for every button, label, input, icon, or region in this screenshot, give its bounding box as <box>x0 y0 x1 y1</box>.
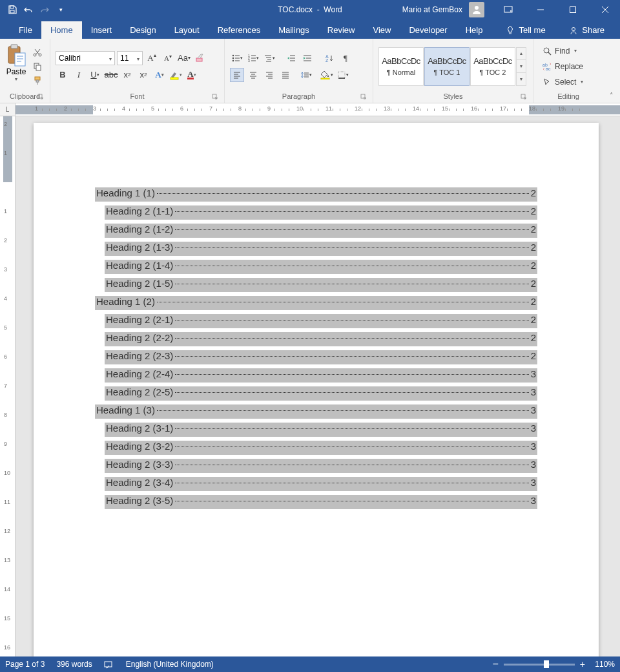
numbering-button[interactable]: 123▾ <box>246 51 260 65</box>
find-button[interactable]: Find▾ <box>540 44 586 58</box>
highlight-button[interactable]: ▾ <box>169 68 183 82</box>
zoom-out-button[interactable]: − <box>492 661 498 667</box>
toc-entry[interactable]: Heading 2 (2-1) 2 <box>105 314 537 328</box>
tell-me-search[interactable]: Tell me <box>499 21 552 39</box>
text-effects-button[interactable]: A▾ <box>152 68 167 82</box>
document-page[interactable]: Heading 1 (1) 2Heading 2 (1-1) 2Heading … <box>34 123 599 656</box>
toc-entry[interactable]: Heading 2 (3-2) 3 <box>105 441 537 455</box>
change-case-button[interactable]: Aa▾ <box>177 51 191 65</box>
spellcheck-icon[interactable] <box>104 660 114 669</box>
zoom-level[interactable]: 110% <box>590 660 615 669</box>
shrink-font-button[interactable]: A▾ <box>161 51 175 65</box>
format-painter-button[interactable] <box>31 74 44 87</box>
share-button[interactable]: Share <box>564 21 610 39</box>
tab-insert[interactable]: Insert <box>82 21 121 39</box>
ribbon-display-options-button[interactable] <box>493 0 523 19</box>
horizontal-ruler[interactable]: L 12345678910111213141516171819 <box>0 103 620 116</box>
tab-review[interactable]: Review <box>318 21 364 39</box>
tab-references[interactable]: References <box>209 21 269 39</box>
toc-entry[interactable]: Heading 2 (2-2) 2 <box>105 332 537 346</box>
bullets-button[interactable]: ▾ <box>230 51 244 65</box>
decrease-indent-button[interactable] <box>284 51 298 65</box>
show-paragraph-marks-button[interactable]: ¶ <box>338 51 353 65</box>
zoom-in-button[interactable]: + <box>580 661 585 667</box>
tab-home[interactable]: Home <box>41 21 82 39</box>
font-color-button[interactable]: A▾ <box>185 68 199 82</box>
toc-entry[interactable]: Heading 2 (1-1) 2 <box>105 205 537 220</box>
style-card[interactable]: AaBbCcDc¶ TOC 1 <box>424 47 470 86</box>
select-button[interactable]: Select▾ <box>540 75 586 89</box>
borders-button[interactable]: ▾ <box>336 68 350 82</box>
underline-button[interactable]: U▾ <box>88 68 102 82</box>
font-launcher-icon[interactable] <box>212 94 220 101</box>
user-name[interactable]: Mario at GemBox <box>402 5 462 14</box>
tab-developer[interactable]: Developer <box>400 21 456 39</box>
paste-button[interactable]: Paste ▾ <box>3 41 30 92</box>
clipboard-launcher-icon[interactable] <box>37 94 45 101</box>
align-right-button[interactable] <box>262 68 276 82</box>
paragraph-launcher-icon[interactable] <box>360 94 368 101</box>
tab-help[interactable]: Help <box>457 21 492 39</box>
page-indicator[interactable]: Page 1 of 3 <box>5 660 45 669</box>
minimize-button[interactable] <box>526 0 555 19</box>
vertical-ruler[interactable]: 211234567891011121314151617 <box>0 116 16 656</box>
toc-entry[interactable]: Heading 2 (1-2) 2 <box>105 224 537 238</box>
multilevel-list-button[interactable]: ▾ <box>262 51 276 65</box>
tab-design[interactable]: Design <box>121 21 165 39</box>
tab-selector[interactable]: L <box>0 103 16 116</box>
font-name-dropdown[interactable]: Calibri <box>56 51 115 65</box>
toc-entry[interactable]: Heading 2 (2-5) 3 <box>105 386 537 401</box>
align-left-button[interactable] <box>230 68 244 82</box>
grow-font-button[interactable]: A▴ <box>145 51 159 65</box>
replace-button[interactable]: abac Replace <box>540 59 586 74</box>
tab-view[interactable]: View <box>364 21 400 39</box>
toc-entry[interactable]: Heading 2 (1-4) 2 <box>105 260 537 274</box>
clear-formatting-button[interactable] <box>193 51 207 65</box>
justify-button[interactable] <box>278 68 293 82</box>
bold-button[interactable]: B <box>56 68 70 82</box>
redo-button[interactable] <box>37 3 52 17</box>
qat-customize-button[interactable]: ▾ <box>54 3 68 17</box>
increase-indent-button[interactable] <box>300 51 315 65</box>
toc-entry[interactable]: Heading 1 (1) 2 <box>95 187 537 202</box>
undo-button[interactable] <box>21 3 36 17</box>
zoom-slider[interactable] <box>504 664 575 666</box>
copy-button[interactable] <box>31 60 44 73</box>
close-button[interactable] <box>590 0 620 19</box>
shading-button[interactable]: ▾ <box>320 68 334 82</box>
tab-mailings[interactable]: Mailings <box>269 21 318 39</box>
style-card[interactable]: AaBbCcDc¶ TOC 2 <box>470 47 515 86</box>
tab-layout[interactable]: Layout <box>165 21 209 39</box>
toc-entry[interactable]: Heading 2 (2-4) 3 <box>105 368 537 383</box>
strikethrough-button[interactable]: abc <box>104 68 118 82</box>
toc-entry[interactable]: Heading 2 (3-1) 3 <box>105 423 537 437</box>
font-size-dropdown[interactable]: 11 <box>117 51 143 65</box>
toc-entry[interactable]: Heading 1 (3) 3 <box>95 404 537 419</box>
language-indicator[interactable]: English (United Kingdom) <box>126 660 214 669</box>
style-card[interactable]: AaBbCcDc¶ Normal <box>378 47 424 86</box>
toc-entry[interactable]: Heading 2 (1-5) 2 <box>105 278 537 292</box>
line-spacing-button[interactable]: ▾ <box>299 68 313 82</box>
word-count[interactable]: 396 words <box>56 660 92 669</box>
sort-button[interactable]: AZ <box>322 51 336 65</box>
maximize-button[interactable] <box>558 0 588 19</box>
document-viewport[interactable]: Heading 1 (1) 2Heading 2 (1-1) 2Heading … <box>16 116 620 656</box>
italic-button[interactable]: I <box>72 68 86 82</box>
toc-entry[interactable]: Heading 2 (3-4) 3 <box>105 477 537 491</box>
save-button[interactable] <box>5 3 19 17</box>
styles-gallery-scroll[interactable]: ▴▾▾ <box>516 47 526 86</box>
toc-entry[interactable]: Heading 1 (2) 2 <box>95 296 537 310</box>
subscript-button[interactable]: x2 <box>120 68 134 82</box>
collapse-ribbon-button[interactable]: ˄ <box>610 92 614 100</box>
user-avatar-icon[interactable] <box>469 2 484 17</box>
tab-file[interactable]: File <box>10 21 41 39</box>
styles-launcher-icon[interactable] <box>521 94 528 101</box>
align-center-button[interactable] <box>246 68 260 82</box>
toc-entry[interactable]: Heading 2 (3-3) 3 <box>105 459 537 473</box>
cut-button[interactable] <box>31 46 44 59</box>
svg-rect-21 <box>36 65 41 70</box>
toc-entry[interactable]: Heading 2 (2-3) 2 <box>105 350 537 364</box>
toc-entry[interactable]: Heading 2 (1-3) 2 <box>105 242 537 256</box>
toc-entry[interactable]: Heading 2 (3-5) 3 <box>105 495 537 509</box>
superscript-button[interactable]: x2 <box>136 68 150 82</box>
